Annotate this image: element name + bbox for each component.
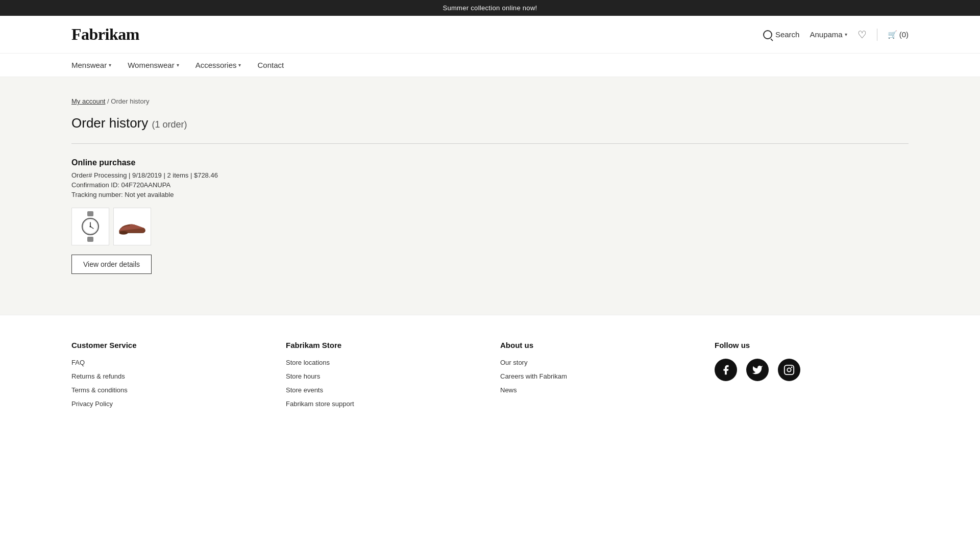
svg-point-6 xyxy=(90,226,91,228)
footer-follow-us-title: Follow us xyxy=(715,341,909,349)
twitter-icon[interactable] xyxy=(746,359,769,381)
footer-fabrikam-store-title: Fabrikam Store xyxy=(286,341,480,349)
page-title: Order history (1 order) xyxy=(71,115,909,131)
footer-link-faq[interactable]: FAQ xyxy=(71,359,265,366)
wishlist-button[interactable]: ♡ xyxy=(857,29,867,41)
order-meta-1: Order# Processing | 9/18/2019 | 2 items … xyxy=(71,171,909,179)
social-icons xyxy=(715,359,909,381)
order-type: Online purchase xyxy=(71,158,909,167)
footer-link-store-events[interactable]: Store events xyxy=(286,386,480,394)
footer-customer-service-title: Customer Service xyxy=(71,341,265,349)
user-account-button[interactable]: Anupama ▾ xyxy=(810,30,847,39)
footer-grid: Customer Service FAQ Returns & refunds T… xyxy=(71,341,909,414)
breadcrumb-my-account[interactable]: My account xyxy=(71,97,105,105)
footer-link-returns[interactable]: Returns & refunds xyxy=(71,372,265,380)
order-item-shoe xyxy=(113,208,151,245)
footer-link-news[interactable]: News xyxy=(500,386,694,394)
svg-rect-8 xyxy=(785,365,794,374)
order-history-label: Order history xyxy=(71,115,148,131)
svg-point-10 xyxy=(791,367,793,368)
order-thumbnails xyxy=(71,208,909,245)
search-icon xyxy=(763,30,772,39)
chevron-down-icon: ▾ xyxy=(238,62,241,68)
instagram-icon[interactable] xyxy=(778,359,800,381)
banner-text: Summer collection online now! xyxy=(443,4,537,12)
section-divider xyxy=(71,143,909,144)
cart-icon: 🛒 xyxy=(888,30,897,39)
main-nav: Menswear ▾ Womenswear ▾ Accessories ▾ Co… xyxy=(0,54,980,77)
footer-fabrikam-store: Fabrikam Store Store locations Store hou… xyxy=(286,341,480,414)
footer-link-careers[interactable]: Careers with Fabrikam xyxy=(500,372,694,380)
footer: Customer Service FAQ Returns & refunds T… xyxy=(0,315,980,444)
facebook-icon[interactable] xyxy=(715,359,737,381)
top-banner: Summer collection online now! xyxy=(0,0,980,16)
heart-icon: ♡ xyxy=(857,29,867,40)
user-name: Anupama xyxy=(810,30,842,39)
order-item-watch xyxy=(71,208,109,245)
footer-about-us-title: About us xyxy=(500,341,694,349)
footer-link-store-hours[interactable]: Store hours xyxy=(286,372,480,380)
cart-count: (0) xyxy=(899,30,909,39)
footer-follow-us: Follow us xyxy=(715,341,909,414)
order-count: (1 order) xyxy=(152,119,187,130)
cart-button[interactable]: 🛒 (0) xyxy=(888,30,909,39)
chevron-down-icon: ▾ xyxy=(845,32,847,37)
logo[interactable]: Fabrikam xyxy=(71,25,139,44)
footer-link-our-story[interactable]: Our story xyxy=(500,359,694,366)
nav-accessories-label: Accessories xyxy=(195,61,237,69)
footer-link-privacy[interactable]: Privacy Policy xyxy=(71,400,265,408)
view-order-details-button[interactable]: View order details xyxy=(71,255,152,274)
header: Fabrikam Search Anupama ▾ ♡ 🛒 (0) xyxy=(0,16,980,54)
footer-about-us: About us Our story Careers with Fabrikam… xyxy=(500,341,694,414)
svg-rect-0 xyxy=(87,211,93,216)
svg-point-9 xyxy=(787,368,791,371)
header-divider xyxy=(877,29,877,41)
search-label: Search xyxy=(775,30,800,39)
footer-link-store-support[interactable]: Fabrikam store support xyxy=(286,400,480,408)
nav-menswear-label: Menswear xyxy=(71,61,107,69)
nav-contact[interactable]: Contact xyxy=(257,61,284,69)
footer-link-terms[interactable]: Terms & conditions xyxy=(71,386,265,394)
svg-point-7 xyxy=(119,231,128,235)
nav-womenswear-label: Womenswear xyxy=(128,61,174,69)
breadcrumb: My account / Order history xyxy=(71,97,909,105)
nav-womenswear[interactable]: Womenswear ▾ xyxy=(128,61,179,69)
chevron-down-icon: ▾ xyxy=(177,62,179,68)
header-right: Search Anupama ▾ ♡ 🛒 (0) xyxy=(763,29,909,41)
svg-rect-1 xyxy=(87,237,93,242)
order-meta-3: Tracking number: Not yet available xyxy=(71,191,909,198)
nav-accessories[interactable]: Accessories ▾ xyxy=(195,61,241,69)
footer-customer-service: Customer Service FAQ Returns & refunds T… xyxy=(71,341,265,414)
nav-menswear[interactable]: Menswear ▾ xyxy=(71,61,111,69)
chevron-down-icon: ▾ xyxy=(109,62,111,68)
order-card: Online purchase Order# Processing | 9/18… xyxy=(71,158,909,274)
order-meta-2: Confirmation ID: 04F720AANUPA xyxy=(71,181,909,189)
main-content: My account / Order history Order history… xyxy=(0,77,980,315)
breadcrumb-current: Order history xyxy=(111,97,149,105)
footer-link-store-locations[interactable]: Store locations xyxy=(286,359,480,366)
search-button[interactable]: Search xyxy=(763,30,800,39)
nav-contact-label: Contact xyxy=(257,61,284,69)
